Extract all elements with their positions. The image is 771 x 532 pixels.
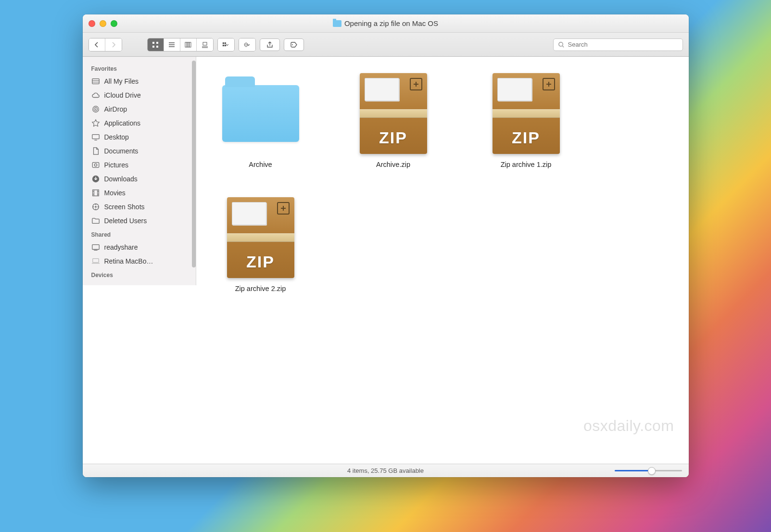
svg-rect-6 [189,42,191,47]
svg-point-14 [292,44,293,45]
back-button[interactable] [89,38,105,51]
sidebar-item-label: Screen Shots [104,203,145,211]
all-my-files-icon [91,76,101,86]
sidebar-item-downloads[interactable]: Downloads [83,172,196,186]
sidebar-item-label: Deleted Users [104,217,147,225]
action-button[interactable] [239,38,255,51]
sidebar-item-deleted-users[interactable]: Deleted Users [83,214,196,228]
sidebar-item-all-my-files[interactable]: All My Files [83,74,196,88]
sidebar-item-label: Applications [104,119,141,127]
svg-point-19 [95,108,97,110]
sidebar-item-icloud-drive[interactable]: iCloud Drive [83,88,196,102]
sidebar-item-documents[interactable]: Documents [83,144,196,158]
scrollbar-thumb[interactable] [192,61,196,267]
icon-size-slider[interactable] [615,470,682,471]
file-label: Zip archive 2.zip [235,285,286,292]
folder-icon [333,20,341,27]
sidebar-heading: Devices [83,268,196,280]
screenshots-icon [91,202,101,211]
sidebar-item-label: AirDrop [104,105,127,113]
close-window-button[interactable] [88,20,95,27]
sidebar-item-pictures[interactable]: Pictures [83,158,196,172]
search-field[interactable] [553,38,683,51]
file-item[interactable]: ZIPArchive.zip [345,71,442,168]
sidebar: FavoritesAll My FilesiCloud DriveAirDrop… [83,57,196,285]
svg-rect-5 [187,42,189,47]
titlebar[interactable]: Opening a zip file on Mac OS [83,14,689,33]
watermark: osxdaily.com [583,417,674,435]
sidebar-item-screen-shots[interactable]: Screen Shots [83,200,196,214]
sidebar-heading: Shared [83,228,196,240]
svg-point-13 [245,44,246,45]
svg-rect-1 [156,42,158,44]
svg-rect-4 [185,42,187,47]
airdrop-icon [91,104,101,114]
icloud-icon [91,90,101,100]
svg-rect-8 [222,42,224,44]
zip-archive-icon: ZIP [484,71,569,156]
sidebar-item-label: Documents [104,147,139,155]
folder-icon [218,71,303,156]
svg-rect-11 [224,45,226,46]
status-bar: 4 items, 25.75 GB available [83,464,689,477]
svg-rect-10 [222,45,224,46]
movies-icon [91,188,101,197]
sidebar-item-retina-macbo[interactable]: Retina MacBo… [83,254,196,268]
file-browser[interactable]: ArchiveZIPArchive.zipZIPZip archive 1.zi… [196,57,689,464]
finder-window: Opening a zip file on Mac OS [83,14,689,477]
zoom-window-button[interactable] [111,20,117,27]
svg-rect-16 [92,78,99,84]
svg-rect-21 [92,162,99,167]
svg-rect-24 [93,190,99,196]
sidebar-item-label: Retina MacBo… [104,257,153,265]
sidebar-item-label: Downloads [104,175,138,183]
sidebar-heading: Favorites [83,62,196,74]
window-controls [88,20,117,27]
file-label: Archive.zip [376,161,410,168]
window-title: Opening a zip file on Mac OS [83,19,689,27]
svg-rect-2 [152,46,154,48]
coverflow-view-button[interactable] [197,38,213,51]
sidebar-item-readyshare[interactable]: readyshare [83,240,196,254]
sidebar-item-label: Desktop [104,133,129,141]
zip-archive-icon: ZIP [218,195,303,280]
file-item[interactable]: ZIPZip archive 1.zip [478,71,574,168]
search-icon [557,41,565,49]
svg-rect-3 [156,46,158,48]
sidebar-item-label: All My Files [104,77,139,85]
sidebar-item-airdrop[interactable]: AirDrop [83,102,196,116]
minimize-window-button[interactable] [100,20,106,27]
sidebar-item-label: Movies [104,189,126,197]
nav-buttons [88,38,122,51]
file-label: Zip archive 1.zip [501,161,552,168]
folder-icon [91,216,101,225]
share-button[interactable] [260,38,280,51]
view-switcher [147,38,214,51]
sidebar-item-label: iCloud Drive [104,91,141,99]
icon-view-button[interactable] [148,38,164,51]
svg-point-22 [94,164,97,166]
list-view-button[interactable] [164,38,180,51]
search-input[interactable] [568,41,679,48]
sidebar-item-label: Pictures [104,161,129,169]
arrange-button[interactable] [218,38,234,51]
file-item[interactable]: ZIPZip archive 2.zip [213,195,309,292]
sidebar-item-desktop[interactable]: Desktop [83,130,196,144]
svg-rect-7 [203,42,207,45]
svg-rect-9 [224,42,226,44]
forward-button[interactable] [105,38,122,51]
svg-rect-20 [92,134,99,139]
tags-button[interactable] [284,38,304,51]
file-item[interactable]: Archive [213,71,309,168]
sidebar-item-movies[interactable]: Movies [83,186,196,200]
pictures-icon [91,160,101,169]
sidebar-item-applications[interactable]: Applications [83,116,196,130]
documents-icon [91,146,101,155]
toolbar [83,33,689,57]
svg-point-26 [95,206,97,208]
downloads-icon [91,174,101,183]
column-view-button[interactable] [180,38,197,51]
applications-icon [91,118,101,127]
zip-archive-icon: ZIP [351,71,436,156]
file-label: Archive [249,161,272,168]
